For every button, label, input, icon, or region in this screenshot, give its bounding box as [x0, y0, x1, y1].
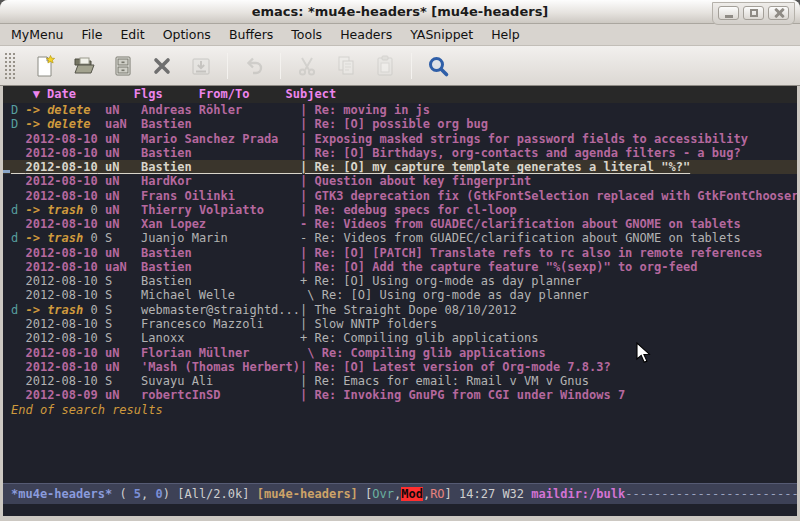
end-of-results: End of search results [3, 403, 797, 418]
modeline-ro: RO [430, 487, 444, 501]
buffer-area: ▼ Date Flgs From/To Subject D -> delete … [3, 86, 797, 516]
modeline-plain: ] 14:27 W32 [445, 487, 532, 501]
menu-mymenu[interactable]: MyMenu [2, 25, 73, 44]
message-row[interactable]: 2012-08-10 uN 'Mash (Thomas Herbert)| Re… [3, 360, 797, 374]
new-file-icon[interactable] [32, 53, 58, 79]
toolbar-grip-icon[interactable] [4, 52, 15, 80]
message-row[interactable]: 2012-08-10 uN HardKor | Question about k… [3, 174, 797, 188]
message-row[interactable]: 2012-08-10 uN Xan Lopez - Re: Videos fro… [3, 217, 797, 231]
menu-help[interactable]: Help [482, 25, 529, 44]
copy-icon[interactable] [333, 53, 359, 79]
window-title: emacs: *mu4e-headers* [mu4e-headers] [252, 4, 549, 19]
modeline-buffer: *mu4e-headers* [11, 487, 112, 501]
menu-tools[interactable]: Tools [282, 25, 331, 44]
title-bar: emacs: *mu4e-headers* [mu4e-headers] [0, 0, 800, 24]
menu-bar: MyMenuFileEditOptionsBuffersToolsHeaders… [0, 24, 800, 46]
menu-file[interactable]: File [73, 25, 112, 44]
maximize-button[interactable] [743, 6, 764, 20]
message-row[interactable]: 2012-08-10 uN Mario Sanchez Prada | Expo… [3, 132, 797, 146]
modeline-dashes: ------------------------ [625, 487, 797, 501]
menu-yasnippet[interactable]: YASnippet [401, 25, 482, 44]
open-file-icon[interactable] [71, 53, 97, 79]
modeline-ovr: Ovr [372, 487, 394, 501]
modeline-plain: , [141, 487, 155, 501]
message-row[interactable]: 2012-08-10 S Francesco Mazzoli | Slow NN… [3, 317, 797, 331]
undo-icon[interactable] [241, 53, 267, 79]
message-row[interactable]: 2012-08-10 S Lanoxx + Re: Compiling glib… [3, 331, 797, 345]
message-row[interactable]: 2012-08-10 S Bastien + Re: [O] Using org… [3, 274, 797, 288]
fringe-indicator-icon [3, 170, 10, 173]
save-buffer-icon[interactable] [188, 53, 214, 79]
modeline-num: 0 [156, 487, 163, 501]
modeline-mode: [mu4e-headers] [257, 487, 358, 501]
menu-options[interactable]: Options [154, 25, 220, 44]
minimize-icon [725, 15, 733, 18]
modeline-plain: [ [358, 487, 372, 501]
message-row[interactable]: 2012-08-10 uaN Bastien | Re: [O] Add the… [3, 260, 797, 274]
toolbar-separator [227, 53, 228, 79]
message-row[interactable]: 2012-08-10 S Suvayu Ali | Re: Emacs for … [3, 374, 797, 388]
menu-headers[interactable]: Headers [331, 25, 401, 44]
message-row[interactable]: 2012-08-10 S Michael Welle \ Re: [O] Usi… [3, 288, 797, 302]
mode-line: *mu4e-headers* ( 5, 0) [All/2.0k] [mu4e-… [3, 483, 797, 504]
menu-buffers[interactable]: Buffers [220, 25, 282, 44]
modeline-maildir: maildir:/bulk [531, 487, 625, 501]
message-row[interactable]: 2012-08-10 uN Bastien | Re: [O] [PATCH] … [3, 246, 797, 260]
dired-icon[interactable] [110, 53, 136, 79]
message-row[interactable]: d -> trash 0 S webmaster@straightd...| T… [3, 303, 797, 317]
cut-icon[interactable] [294, 53, 320, 79]
modeline-plain: ( [112, 487, 134, 501]
minimize-button[interactable] [718, 6, 739, 20]
message-row[interactable]: d -> trash 0 uN Thierry Volpiatto | Re: … [3, 203, 797, 217]
empty-buffer-space [3, 418, 797, 483]
header-line[interactable]: ▼ Date Flgs From/To Subject [3, 86, 797, 103]
message-row[interactable]: D -> delete uaN Bastien | Re: [O] possib… [3, 117, 797, 131]
message-row[interactable]: 2012-08-09 uN robertcInSD | Re: Invoking… [3, 388, 797, 402]
modeline-num: 5 [134, 487, 141, 501]
close-button[interactable] [768, 6, 789, 20]
maximize-icon [750, 9, 758, 17]
close-buffer-icon[interactable] [149, 53, 175, 79]
message-row[interactable]: D -> delete uN Andreas Röhler | Re: movi… [3, 103, 797, 117]
emacs-window: emacs: *mu4e-headers* [mu4e-headers] MyM… [0, 0, 800, 521]
toolbar-separator [280, 53, 281, 79]
toolbar-separator [411, 53, 412, 79]
modeline-mod: Mod [401, 487, 423, 501]
search-icon[interactable] [425, 53, 451, 79]
message-row[interactable]: 2012-08-10 uN Florian Müllner \ Re: Comp… [3, 346, 797, 360]
close-icon [774, 8, 784, 18]
message-row[interactable]: 2012-08-10 uN Bastien | Re: [O] my captu… [3, 160, 797, 174]
paste-icon[interactable] [372, 53, 398, 79]
menu-edit[interactable]: Edit [111, 25, 153, 44]
message-row[interactable]: d -> trash 0 S Juanjo Marin - Re: Videos… [3, 231, 797, 245]
message-row[interactable]: 2012-08-10 uN Frans Oilinki | GTK3 depre… [3, 189, 797, 203]
mouse-cursor [636, 342, 652, 364]
window-controls [712, 2, 795, 25]
modeline-plain: ) [All/2.0k] [163, 487, 257, 501]
message-list: D -> delete uN Andreas Röhler | Re: movi… [3, 103, 797, 403]
echo-area[interactable] [3, 504, 797, 516]
toolbar [0, 46, 800, 86]
message-row[interactable]: 2012-08-10 uN Bastien | Re: [O] Birthday… [3, 146, 797, 160]
